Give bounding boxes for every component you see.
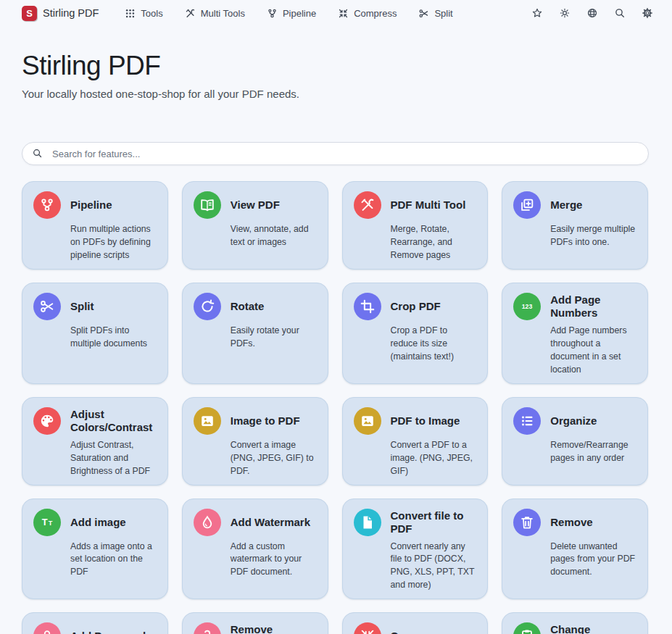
brand-label: Stirling PDF — [43, 7, 99, 19]
card-title: Split — [70, 300, 157, 313]
feature-card-rotate[interactable]: Rotate Easily rotate your PDFs. — [182, 283, 328, 384]
svg-text:123: 123 — [522, 303, 533, 310]
image-icon — [354, 407, 381, 435]
card-description: Easily rotate your PDFs. — [231, 325, 317, 351]
apps-grid-icon — [125, 8, 136, 19]
page-subtitle: Your locally hosted one-stop-shop for al… — [22, 88, 650, 100]
card-description: Crop a PDF to reduce its size (maintains… — [391, 325, 477, 364]
card-description: Delete unwanted pages from your PDF docu… — [550, 541, 636, 580]
card-title: Pipeline — [70, 199, 157, 212]
card-description: Add Page numbers throughout a document i… — [550, 325, 636, 377]
card-description: Adds a image onto a set location on the … — [70, 541, 157, 580]
clipboard-icon — [513, 622, 541, 634]
rotate-icon — [194, 293, 221, 320]
card-description: Split PDFs into multiple documents — [70, 325, 157, 351]
palette-icon — [33, 407, 61, 435]
feature-card-adjust-colors-contrast[interactable]: Adjust Colors/Contrast Adjust Contrast, … — [22, 397, 168, 485]
onetwothree-icon: 123 — [513, 293, 541, 320]
feature-card-crop-pdf[interactable]: Crop PDF Crop a PDF to reduce its size (… — [342, 283, 489, 384]
feature-card-remove-password[interactable]: Remove Password Remove password protecti… — [182, 612, 328, 634]
card-title: Image to PDF — [231, 414, 317, 427]
stirling-logo-icon: S — [22, 6, 37, 21]
card-title: Add Password — [70, 630, 157, 634]
feature-card-remove[interactable]: Remove Delete unwanted pages from your P… — [502, 499, 648, 600]
star-button[interactable] — [531, 7, 543, 19]
card-title: Compress — [391, 630, 477, 634]
feature-card-pdf-multi-tool[interactable]: PDF Multi Tool Merge, Rotate, Rearrange,… — [342, 181, 489, 270]
feature-search — [22, 142, 649, 165]
crop-icon — [354, 293, 381, 320]
feature-card-compress[interactable]: Compress Compress PDFs to reduce their f… — [342, 612, 489, 634]
feature-card-organize[interactable]: Organize Remove/Rearrange pages in any o… — [502, 397, 648, 485]
card-title: Convert file to PDF — [391, 509, 477, 535]
card-title: PDF Multi Tool — [391, 199, 477, 212]
card-title: Merge — [550, 199, 636, 212]
pipeline-icon — [267, 8, 278, 19]
feature-card-add-image[interactable]: TT Add image Adds a image onto a set loc… — [22, 499, 168, 600]
card-title: Add Page Numbers — [550, 293, 636, 320]
nav-item-pipeline[interactable]: Pipeline — [267, 8, 316, 19]
trash-icon — [513, 509, 541, 536]
search-button[interactable] — [614, 7, 626, 19]
merge-icon — [513, 191, 541, 219]
card-title: Add Watermark — [231, 516, 317, 529]
compress-icon — [338, 8, 349, 19]
card-title: Crop PDF — [391, 300, 477, 313]
feature-card-split[interactable]: Split Split PDFs into multiple documents — [22, 283, 168, 384]
feature-card-image-to-pdf[interactable]: Image to PDF Convert a image (PNG, JPEG,… — [182, 397, 328, 485]
hammer-wrench-icon — [354, 191, 381, 219]
feature-card-add-password[interactable]: Add Password Encrypt your PDF document w… — [22, 612, 168, 634]
compress-icon — [354, 622, 381, 634]
card-title: PDF to Image — [391, 414, 477, 427]
search-input[interactable] — [22, 142, 649, 165]
card-description: Convert a image (PNG, JPEG, GIF) to PDF. — [231, 439, 317, 478]
card-title: Change Metadata — [550, 623, 636, 634]
page-title: Stirling PDF — [22, 51, 650, 81]
text-size-icon: TT — [33, 509, 61, 536]
globe-button[interactable] — [586, 7, 598, 19]
card-description: Add a custom watermark to your PDF docum… — [231, 541, 317, 580]
nav-item-multi-tools[interactable]: Multi Tools — [185, 8, 245, 19]
lock-icon — [33, 622, 61, 634]
card-description: View, annotate, add text or images — [231, 223, 317, 249]
search-icon — [614, 7, 626, 19]
card-description: Easily merge multiple PDFs into one. — [550, 223, 636, 249]
card-description: Convert nearly any file to PDF (DOCX, PN… — [391, 541, 477, 593]
feature-card-change-metadata[interactable]: Change Metadata Change/Remove/Add metada… — [502, 612, 648, 634]
card-description: Merge, Rotate, Rearrange, and Remove pag… — [391, 223, 477, 262]
unlock-icon — [194, 622, 221, 634]
feature-card-view-pdf[interactable]: View PDF View, annotate, add text or ima… — [182, 181, 328, 270]
card-title: Remove Password — [231, 623, 317, 634]
hammer-wrench-icon — [185, 8, 196, 19]
card-description: Convert a PDF to a image. (PNG, JPEG, GI… — [391, 439, 477, 478]
feature-card-pdf-to-image[interactable]: PDF to Image Convert a PDF to a image. (… — [342, 397, 489, 485]
settings-icon — [642, 7, 653, 19]
nav-item-tools[interactable]: Tools — [125, 8, 162, 19]
brightness-button[interactable] — [559, 7, 571, 19]
nav-actions — [531, 7, 653, 19]
hero-section: Stirling PDF Your locally hosted one-sto… — [0, 51, 672, 100]
card-title: Rotate — [231, 300, 317, 313]
list-icon — [513, 407, 541, 435]
pipeline-icon — [33, 191, 61, 219]
card-title: Organize — [550, 414, 636, 427]
feature-card-add-watermark[interactable]: Add Watermark Add a custom watermark to … — [182, 499, 328, 600]
nav-item-split[interactable]: Split — [418, 8, 452, 19]
svg-text:T: T — [49, 520, 53, 527]
scissors-icon — [33, 293, 61, 320]
settings-button[interactable] — [642, 7, 653, 19]
feature-card-pipeline[interactable]: Pipeline Run multiple actions on PDFs by… — [22, 181, 168, 270]
search-icon — [32, 148, 43, 159]
feature-card-merge[interactable]: Merge Easily merge multiple PDFs into on… — [502, 181, 648, 270]
feature-card-convert-file-to-pdf[interactable]: Convert file to PDF Convert nearly any f… — [342, 499, 489, 600]
brightness-icon — [559, 7, 571, 19]
brand[interactable]: S Stirling PDF — [22, 6, 99, 21]
nav-menu: Tools Multi Tools Pipeline Compress Spli… — [125, 8, 452, 19]
nav-item-compress[interactable]: Compress — [338, 8, 397, 19]
card-title: View PDF — [231, 199, 317, 212]
card-title: Add image — [70, 516, 157, 529]
water-drop-icon — [194, 509, 221, 536]
feature-card-add-page-numbers[interactable]: 123 Add Page Numbers Add Page numbers th… — [502, 283, 648, 384]
card-description: Adjust Contrast, Saturation and Brightne… — [70, 439, 157, 478]
card-description: Remove/Rearrange pages in any order — [550, 439, 636, 465]
